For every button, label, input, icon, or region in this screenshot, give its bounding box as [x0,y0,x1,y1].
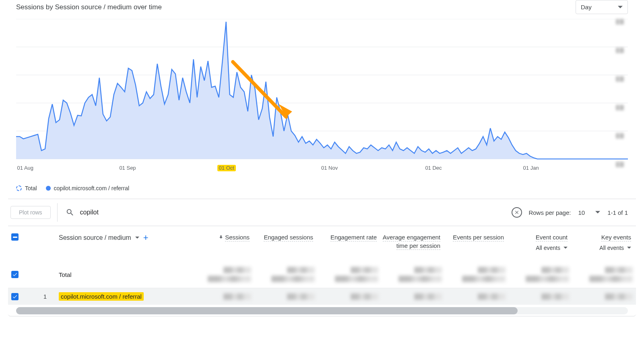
row-checkbox[interactable] [11,293,19,300]
event-count-filter[interactable]: All events [507,244,568,252]
x-tick-jan: 01 Jan [523,165,539,171]
add-dimension-button[interactable]: + [143,233,149,242]
x-tick-sep: 01 Sep [119,165,136,171]
x-axis-labels: 01 Aug 01 Sep 01 Oct 01 Nov 01 Dec 01 Ja… [16,165,628,179]
x-tick-dec: 01 Dec [425,165,442,171]
row-number: 1 [33,293,57,300]
legend: Total copilot.microsoft.com / referral [8,179,636,199]
col-engagement-rate[interactable]: Engagement rate [316,233,378,241]
rows-per-page-label: Rows per page: [528,209,571,216]
legend-series[interactable]: copilot.microsoft.com / referral [46,185,130,191]
horizontal-scrollbar[interactable] [16,307,628,314]
x-tick-oct: 01 Oct [217,165,236,171]
chevron-down-icon [595,210,600,215]
table-row-total: Total [8,261,636,288]
search-icon [66,208,74,217]
chevron-down-icon [618,5,623,10]
plot-rows-button[interactable]: Plot rows [10,206,51,219]
search-input[interactable] [80,209,506,216]
chart: 01 Aug 01 Sep 01 Oct 01 Nov 01 Dec 01 Ja… [8,19,636,179]
legend-total[interactable]: Total [16,185,37,191]
row-checkbox[interactable] [11,271,19,278]
col-events-per-session[interactable]: Events per session [444,233,506,241]
chevron-down-icon [135,236,139,240]
granularity-select[interactable]: Day [576,0,628,14]
line-chart-svg [16,19,628,163]
rows-per-page-select[interactable]: 10 [578,209,600,216]
row-total-label: Total [59,271,188,278]
dimension-header[interactable]: Session source / medium + [59,233,188,242]
rows-range: 1-1 of 1 [607,209,628,216]
x-tick-aug: 01 Aug [17,165,34,171]
close-icon [514,210,520,215]
select-all-checkbox[interactable] [11,233,19,241]
dot-icon [46,186,51,191]
row-dimension-value: copilot.microsoft.com / referral [59,292,144,301]
col-sessions[interactable]: Sessions [189,233,251,241]
col-avg-engagement[interactable]: Average engagement time per session [380,233,442,250]
arrow-down-icon [219,235,223,239]
col-key-events[interactable]: Key events All events [571,233,633,252]
y-axis-labels [616,19,636,167]
x-tick-nov: 01 Nov [321,165,338,171]
chevron-down-icon [627,246,631,250]
key-events-filter[interactable]: All events [571,244,631,252]
col-engaged-sessions[interactable]: Engaged sessions [253,233,315,241]
page-title: Sessions by Session source / medium over… [16,3,162,11]
clear-search-button[interactable] [512,207,522,218]
granularity-value: Day [581,4,592,10]
dashed-dot-icon [16,185,22,191]
col-event-count[interactable]: Event count All events [507,233,569,252]
chevron-down-icon [564,246,568,250]
table-row[interactable]: 1 copilot.microsoft.com / referral [8,288,636,305]
